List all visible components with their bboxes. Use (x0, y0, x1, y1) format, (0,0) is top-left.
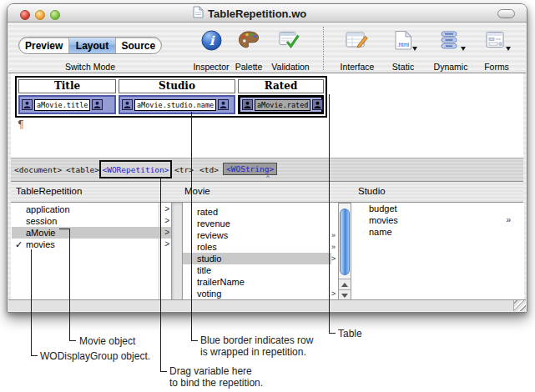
dynamic-element-icon (439, 30, 462, 54)
annotation-wodisplaygroup: WODisplayGroup object. (40, 351, 150, 363)
movie-column-scrollbar[interactable] (338, 203, 351, 301)
repetition-cell-studio[interactable]: aMovie.studio.name (119, 95, 235, 114)
binding-value-rated[interactable]: aMovie.rated (255, 99, 310, 111)
interface-label: Interface (341, 62, 375, 72)
list-item-reviews[interactable]: reviews (183, 229, 331, 241)
path-item-document[interactable]: <document> (14, 165, 62, 174)
forms-element-icon (486, 30, 507, 54)
inspector-icon: i (201, 30, 222, 54)
callout-line-movies (31, 249, 38, 356)
static-label: Static (392, 62, 414, 72)
annotation-drag-variable: Drag variable here to bind the repetitio… (169, 366, 263, 389)
browser-header-bar: TableRepetition Movie Studio (11, 182, 523, 203)
wostring-person-icon[interactable] (22, 99, 33, 110)
static-icon-text: .html (396, 41, 409, 47)
annotation-blue-border: Blue border indicates row is wrapped in … (200, 335, 313, 358)
interface-icon (346, 30, 368, 54)
list-item-budget[interactable]: budget (352, 203, 524, 214)
wostring-person-icon[interactable] (92, 99, 103, 110)
path-item-worepetition[interactable]: <WORepetition> (102, 165, 169, 174)
title-bar[interactable]: TableRepetition.wo (8, 4, 527, 23)
close-button[interactable] (20, 10, 30, 20)
interface-button[interactable] (341, 28, 371, 55)
dynamic-button[interactable] (435, 28, 465, 55)
list-item-movies-studio[interactable]: movies » (352, 214, 524, 226)
tab-preview[interactable]: Preview (19, 38, 69, 53)
callout-line (59, 229, 69, 229)
toolbar-toggle-button[interactable] (497, 9, 515, 18)
wostring-person-icon[interactable] (122, 99, 133, 110)
annotation-table: Table (338, 329, 362, 340)
tab-source[interactable]: Source (116, 38, 161, 53)
tab-layout[interactable]: Layout (69, 38, 115, 53)
double-chevron-icon: » (506, 214, 511, 226)
list-item-session[interactable]: session > (12, 215, 171, 227)
scroll-up-button[interactable] (339, 279, 351, 289)
worepetition-callout-box: <WORepetition> (99, 160, 172, 178)
toolbar: Preview Layout Source Switch Mode i Insp… (8, 23, 526, 73)
wostring-person-icon[interactable] (218, 99, 229, 110)
object-browser: application > session > aMovie > ✓ movie… (11, 203, 523, 301)
list-item-application[interactable]: application > (12, 204, 171, 215)
binding-value-title[interactable]: aMovie.title (34, 99, 90, 111)
dropdown-arrow-icon (412, 47, 417, 51)
repetition-cell-title[interactable]: aMovie.title (18, 95, 116, 114)
window-bottom-bar (8, 299, 526, 311)
inspector-button[interactable]: i (196, 28, 226, 55)
toolbar-separator (323, 27, 324, 70)
application-window: TableRepetition.wo Preview Layout Source… (7, 3, 527, 313)
checkmark-icon: ✓ (15, 239, 23, 250)
column1-scrollbar-track[interactable] (172, 203, 183, 301)
element-path-bar: <document> <table> <WORepetition> <tr> <… (11, 158, 523, 182)
validation-button[interactable] (275, 28, 305, 55)
table-header-studio[interactable]: Studio (119, 79, 235, 93)
page: TableRepetition.wo Preview Layout Source… (0, 0, 535, 392)
path-item-td[interactable]: <td> (199, 165, 219, 174)
table-header-rated[interactable]: Rated (238, 79, 324, 93)
list-item-trailername[interactable]: trailerName (183, 276, 331, 288)
list-item-amovie-selected[interactable]: aMovie > (12, 227, 171, 239)
list-item-voting[interactable]: voting (183, 288, 331, 299)
list-item-movies[interactable]: ✓ movies > (12, 239, 171, 250)
list-item-studio-selected[interactable]: studio (183, 253, 331, 264)
browser-column-movie: rated revenue reviews roles studio title… (183, 203, 331, 301)
up-arrow-icon (341, 283, 348, 287)
dropdown-arrow-icon (506, 47, 511, 51)
down-arrow-icon (341, 294, 348, 298)
palette-label: Palette (235, 62, 263, 72)
browser-column-studio: budget movies » name (352, 203, 524, 301)
column-divider (159, 203, 159, 301)
list-item-revenue[interactable]: revenue (183, 218, 331, 229)
static-button[interactable]: .html (388, 28, 418, 55)
callout-line-table (329, 94, 336, 334)
validation-label: Validation (271, 62, 309, 72)
minimize-button[interactable] (35, 10, 45, 20)
switch-mode-label: Switch Mode (65, 62, 115, 72)
wostring-person-icon[interactable] (312, 99, 323, 110)
palette-icon (238, 30, 260, 53)
switch-mode-segmented-control: Preview Layout Source (18, 37, 162, 54)
column-title-studio: Studio (358, 186, 386, 196)
repetition-cell-rated-selected[interactable]: aMovie.rated (238, 95, 324, 114)
callout-line-blue-border (191, 112, 198, 341)
list-item-roles[interactable]: roles (183, 241, 331, 253)
zoom-button[interactable] (50, 10, 60, 20)
list-item-title[interactable]: title (183, 264, 331, 276)
binding-value-studio[interactable]: aMovie.studio.name (134, 99, 216, 111)
window-title: TableRepetition.wo (208, 8, 306, 20)
list-item-name[interactable]: name (352, 226, 524, 238)
callout-line-amovie (69, 229, 76, 341)
repetition-row: aMovie.title aMovie.studio.name aMovie.r… (18, 95, 324, 114)
static-element-icon: .html (394, 30, 413, 54)
palette-button[interactable] (234, 28, 264, 55)
scrollbar-thumb[interactable] (340, 209, 350, 275)
table-header-title[interactable]: Title (18, 79, 116, 93)
dynamic-label: Dynamic (434, 62, 468, 72)
list-item-rated[interactable]: rated (183, 206, 331, 218)
html-editor-canvas[interactable]: Title Studio Rated aMovie.title aMovie.s… (11, 73, 523, 158)
callout-line-worepetition (160, 178, 167, 372)
wostring-person-icon[interactable] (242, 99, 253, 110)
path-item-table[interactable]: <table> (66, 165, 99, 174)
resize-grip[interactable] (513, 300, 526, 311)
forms-button[interactable] (481, 28, 511, 55)
